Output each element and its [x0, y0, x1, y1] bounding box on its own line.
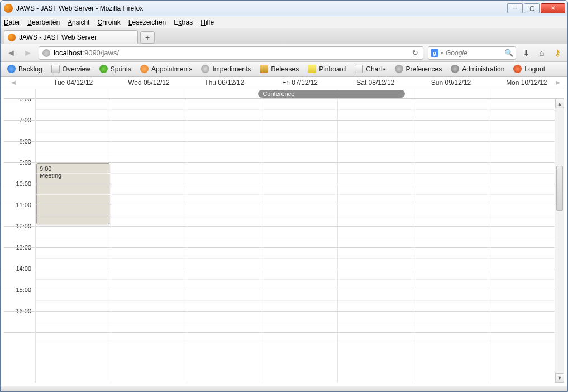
- toolbar-preferences[interactable]: Preferences: [390, 63, 447, 75]
- day-column[interactable]: [187, 99, 262, 383]
- menu-extras[interactable]: Extras: [174, 18, 193, 26]
- day-column[interactable]: [413, 99, 488, 383]
- search-bar[interactable]: g ▾ 🔍: [428, 46, 516, 60]
- day-header: Thu 06/12/12: [187, 77, 262, 89]
- calendar-grid[interactable]: 6:007:008:009:0010:0011:0012:0013:0014:0…: [4, 99, 564, 383]
- tab-strip: JAWS - JAST Web Server +: [1, 28, 567, 44]
- day-column[interactable]: [111, 99, 186, 383]
- toolbar-appointments[interactable]: Appointments: [136, 63, 197, 75]
- toolbar-administration[interactable]: Administration: [446, 63, 509, 75]
- reload-button[interactable]: ↻: [412, 49, 419, 57]
- menu-file[interactable]: Datei: [4, 18, 20, 26]
- window-footer: [1, 386, 567, 391]
- scroll-up-button[interactable]: ▲: [555, 99, 564, 108]
- day-column[interactable]: [262, 99, 337, 383]
- toolbar-impediments[interactable]: Impediments: [197, 63, 255, 75]
- search-submit-icon[interactable]: 🔍: [504, 49, 513, 57]
- url-bar[interactable]: localhost:9090/jaws/ ↻: [39, 46, 423, 60]
- tab-label: JAWS - JAST Web Server: [19, 34, 97, 41]
- sprints-icon: [99, 65, 108, 73]
- menubar: Datei Bearbeiten Ansicht Chronik Lesezei…: [1, 16, 567, 28]
- menu-view[interactable]: Ansicht: [68, 18, 89, 26]
- day-header: Tue 04/12/12: [35, 77, 111, 89]
- day-header: Wed 05/12/12: [111, 77, 186, 89]
- scroll-down-button[interactable]: ▼: [555, 373, 564, 383]
- url-text: localhost:9090/jaws/: [54, 49, 119, 57]
- allday-row: Conference: [4, 89, 564, 99]
- day-header: Mon 10/12/12: [489, 77, 564, 89]
- day-column[interactable]: [337, 99, 413, 383]
- nav-forward-button[interactable]: ►: [22, 47, 34, 59]
- titlebar: JAWS - JAST Web Server - Mozilla Firefox…: [1, 1, 567, 16]
- overview-icon: [51, 65, 60, 73]
- addon-button[interactable]: ⚷: [552, 47, 563, 59]
- releases-icon: [260, 65, 268, 73]
- tab-favicon: [8, 34, 16, 41]
- day-header: Sat 08/12/12: [337, 77, 413, 89]
- toolbar-sprints[interactable]: Sprints: [95, 63, 136, 75]
- allday-event-conference[interactable]: Conference: [258, 90, 404, 98]
- vertical-scrollbar[interactable]: ▲ ▼: [555, 99, 564, 383]
- browser-tab[interactable]: JAWS - JAST Web Server: [4, 30, 138, 44]
- appointments-icon: [140, 65, 149, 73]
- maximize-button[interactable]: ▢: [524, 3, 540, 13]
- navbar: ◄ ► localhost:9090/jaws/ ↻ g ▾ 🔍 ⬇ ⌂ ⚷: [1, 44, 567, 62]
- menu-history[interactable]: Chronik: [97, 18, 120, 26]
- scroll-thumb[interactable]: [556, 166, 563, 211]
- toolbar-backlog[interactable]: Backlog: [3, 63, 47, 75]
- nav-back-button[interactable]: ◄: [5, 47, 17, 59]
- downloads-button[interactable]: ⬇: [521, 47, 532, 59]
- day-header: Sun 09/12/12: [413, 77, 488, 89]
- menu-help[interactable]: Hilfe: [201, 18, 214, 26]
- toolbar-charts[interactable]: Charts: [350, 63, 390, 75]
- backlog-icon: [7, 65, 16, 73]
- preferences-icon: [395, 65, 403, 73]
- new-tab-button[interactable]: +: [140, 31, 155, 44]
- window-title: JAWS - JAST Web Server - Mozilla Firefox: [16, 4, 507, 12]
- toolbar-pinboard[interactable]: Pinboard: [303, 63, 350, 75]
- logout-icon: [513, 65, 522, 73]
- calendar-content: ◄ ► Tue 04/12/12 Wed 05/12/12 Thu 06/12/…: [1, 77, 567, 386]
- day-column[interactable]: 9:00 Meeting: [35, 99, 111, 383]
- calendar-header: Tue 04/12/12 Wed 05/12/12 Thu 06/12/12 F…: [4, 77, 564, 89]
- toolbar-releases[interactable]: Releases: [255, 63, 303, 75]
- administration-icon: [451, 65, 459, 73]
- charts-icon: [355, 65, 363, 73]
- close-button[interactable]: ✕: [541, 3, 565, 13]
- toolbar-overview[interactable]: Overview: [47, 63, 95, 75]
- app-toolbar: Backlog Overview Sprints Appointments Im…: [1, 62, 567, 77]
- event-time: 9:00: [40, 165, 106, 172]
- home-button[interactable]: ⌂: [536, 47, 547, 59]
- day-header: Fri 07/12/12: [262, 77, 337, 89]
- day-column[interactable]: [489, 99, 564, 383]
- site-identity-icon: [42, 49, 50, 57]
- google-icon: g: [431, 49, 438, 57]
- menu-bookmarks[interactable]: Lesezeichen: [128, 18, 166, 26]
- pinboard-icon: [308, 65, 316, 73]
- impediments-icon: [201, 65, 209, 73]
- toolbar-logout[interactable]: Logout: [509, 63, 550, 75]
- time-column: 6:007:008:009:0010:0011:0012:0013:0014:0…: [4, 99, 35, 383]
- search-input[interactable]: [446, 49, 502, 57]
- menu-edit[interactable]: Bearbeiten: [27, 18, 60, 26]
- firefox-icon: [4, 4, 13, 13]
- minimize-button[interactable]: ─: [507, 3, 523, 13]
